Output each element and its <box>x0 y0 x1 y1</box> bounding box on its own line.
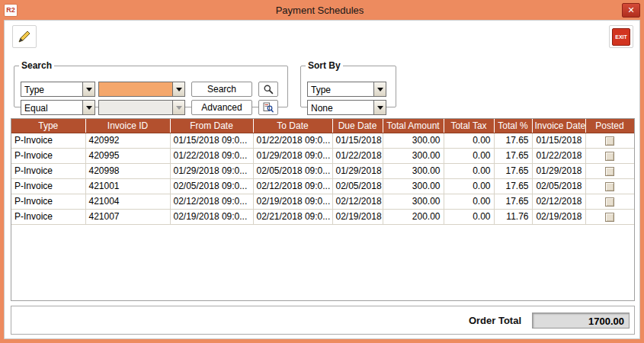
search-group-legend: Search <box>19 60 54 71</box>
search-field-select[interactable]: Type <box>21 82 95 97</box>
sort-by-group-legend: Sort By <box>306 60 343 71</box>
column-header-total-amount[interactable]: Total Amount <box>383 119 444 133</box>
column-header-invoice-date[interactable]: Invoice Date <box>532 119 585 133</box>
table-row[interactable]: P-Invoice42100702/19/2018 09:0...02/21/2… <box>11 209 634 224</box>
total-cell: 17.65 <box>494 163 532 178</box>
magnifier-icon <box>263 84 274 95</box>
sort-primary-select[interactable]: Type <box>307 82 386 97</box>
column-header-type[interactable]: Type <box>11 119 85 133</box>
total-cell: 17.65 <box>494 194 532 209</box>
table-row[interactable]: P-Invoice42099801/29/2018 09:0...02/05/2… <box>11 163 634 178</box>
search-value-input[interactable] <box>98 82 185 97</box>
table-row[interactable]: P-Invoice42099201/15/2018 09:0...01/22/2… <box>11 133 634 148</box>
sort-primary-value: Type <box>308 82 373 96</box>
due-date-cell: 02/05/2018 <box>332 178 383 194</box>
total-tax-cell: 0.00 <box>444 194 494 209</box>
from-date-cell: 02/19/2018 09:0... <box>170 209 253 224</box>
to-date-cell: 02/05/2018 09:0... <box>253 163 332 178</box>
from-date-cell: 02/05/2018 09:0... <box>170 178 253 194</box>
invoice-id-cell: 421007 <box>85 209 170 224</box>
total-amount-cell: 300.00 <box>383 178 444 194</box>
invoice-date-cell: 01/22/2018 <box>532 148 585 163</box>
total-tax-cell: 0.00 <box>444 148 494 163</box>
table-row[interactable]: P-Invoice42100402/12/2018 09:0...02/19/2… <box>11 194 634 209</box>
search-operator-select[interactable]: Equal <box>21 100 95 115</box>
posted-checkbox[interactable] <box>605 213 614 222</box>
chevron-down-icon[interactable] <box>172 101 184 114</box>
table-row[interactable]: P-Invoice42100102/05/2018 09:0...02/12/2… <box>11 178 634 194</box>
posted-checkbox[interactable] <box>605 136 614 146</box>
chevron-down-icon[interactable] <box>373 101 386 114</box>
app-icon: R2 <box>4 4 18 17</box>
content-panel: EXIT Search Type Search Equal <box>4 20 640 339</box>
invoice-date-cell: 01/15/2018 <box>532 133 585 148</box>
search-operator-value: Equal <box>21 101 82 114</box>
search-operator-value-input[interactable] <box>98 100 185 115</box>
exit-icon: EXIT <box>612 28 630 46</box>
posted-checkbox[interactable] <box>605 152 614 161</box>
search-operator-value-text <box>99 101 172 114</box>
find-button[interactable] <box>258 82 278 97</box>
to-date-cell: 01/29/2018 09:0... <box>253 148 332 163</box>
column-header-total-tax[interactable]: Total Tax <box>444 119 494 133</box>
search-field-value: Type <box>21 82 82 96</box>
type-cell: P-Invoice <box>11 194 85 209</box>
column-header-from-date[interactable]: From Date <box>170 119 253 133</box>
magnifier-report-icon <box>263 102 274 113</box>
exit-button[interactable]: EXIT <box>609 25 633 48</box>
from-date-cell: 01/15/2018 09:0... <box>170 133 253 148</box>
from-date-cell: 02/12/2018 09:0... <box>170 194 253 209</box>
posted-checkbox[interactable] <box>605 182 614 191</box>
due-date-cell: 01/29/2018 <box>332 163 383 178</box>
posted-cell <box>585 163 634 178</box>
search-button[interactable]: Search <box>191 82 252 97</box>
from-date-cell: 01/22/2018 09:0... <box>170 148 253 163</box>
edit-button[interactable] <box>12 25 37 48</box>
search-group: Search Type Search Equal <box>14 60 288 107</box>
invoice-id-cell: 420995 <box>85 148 170 163</box>
posted-checkbox[interactable] <box>605 197 614 207</box>
schedule-table: TypeInvoice IDFrom DateTo DateDue DateTo… <box>11 118 635 301</box>
type-cell: P-Invoice <box>11 178 85 194</box>
due-date-cell: 02/19/2018 <box>332 209 383 224</box>
to-date-cell: 01/22/2018 09:0... <box>253 133 332 148</box>
invoice-id-cell: 421001 <box>85 178 170 194</box>
column-header-posted[interactable]: Posted <box>585 119 634 133</box>
advanced-button[interactable]: Advanced <box>191 100 252 115</box>
titlebar: R2 Payment Schedules ✕ <box>0 0 644 20</box>
total-cell: 11.76 <box>494 209 532 224</box>
chevron-down-icon[interactable] <box>172 82 184 96</box>
total-cell: 17.65 <box>494 178 532 194</box>
invoice-date-cell: 02/12/2018 <box>532 194 585 209</box>
posted-cell <box>585 133 634 148</box>
total-amount-cell: 300.00 <box>383 194 444 209</box>
due-date-cell: 02/12/2018 <box>332 194 383 209</box>
posted-checkbox[interactable] <box>605 167 614 176</box>
column-header-invoice-id[interactable]: Invoice ID <box>85 119 170 133</box>
search-value-text <box>99 82 172 96</box>
total-tax-cell: 0.00 <box>444 209 494 224</box>
invoice-date-cell: 02/19/2018 <box>532 209 585 224</box>
type-cell: P-Invoice <box>11 209 85 224</box>
sort-secondary-value: None <box>308 101 373 114</box>
advanced-find-button[interactable] <box>258 100 278 115</box>
column-header-due-date[interactable]: Due Date <box>332 119 383 133</box>
total-tax-cell: 0.00 <box>444 178 494 194</box>
posted-cell <box>585 148 634 163</box>
table-row[interactable]: P-Invoice42099501/22/2018 09:0...01/29/2… <box>11 148 634 163</box>
invoice-id-cell: 421004 <box>85 194 170 209</box>
to-date-cell: 02/12/2018 09:0... <box>253 178 332 194</box>
to-date-cell: 02/19/2018 09:0... <box>253 194 332 209</box>
column-header-total[interactable]: Total % <box>494 119 532 133</box>
invoice-date-cell: 02/05/2018 <box>532 178 585 194</box>
chevron-down-icon[interactable] <box>373 82 386 96</box>
sort-by-group: Sort By Type None <box>300 60 396 107</box>
column-header-to-date[interactable]: To Date <box>253 119 332 133</box>
chevron-down-icon[interactable] <box>82 101 95 114</box>
close-button[interactable]: ✕ <box>622 3 640 18</box>
sort-secondary-select[interactable]: None <box>307 100 386 115</box>
window-title: Payment Schedules <box>18 5 622 16</box>
chevron-down-icon[interactable] <box>82 82 95 96</box>
total-tax-cell: 0.00 <box>444 133 494 148</box>
invoice-id-cell: 420992 <box>85 133 170 148</box>
